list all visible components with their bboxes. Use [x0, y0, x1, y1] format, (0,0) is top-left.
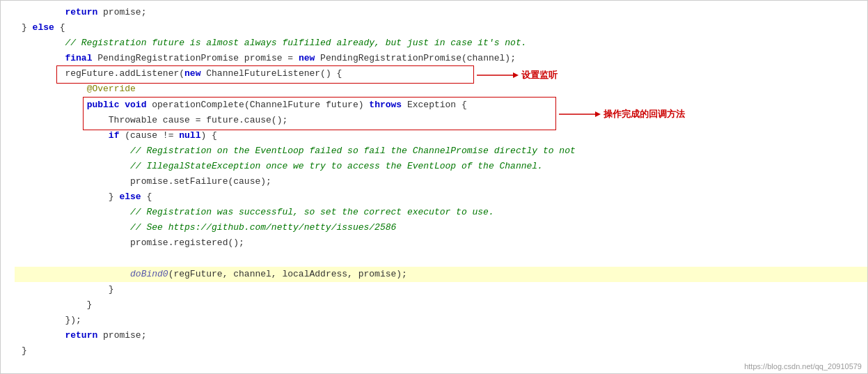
code-line: // Registration future is almost always …	[15, 36, 867, 51]
code-text: // Registration was successful, so set t…	[22, 205, 494, 220]
code-text: final PendingRegistrationPromise promise…	[22, 51, 516, 66]
code-text: Throwable cause = future.cause();	[22, 113, 287, 128]
code-line: }	[15, 282, 867, 297]
arrow-icon	[477, 70, 519, 81]
watermark: https://blog.csdn.net/qq_20910579	[744, 362, 862, 371]
svg-marker-3	[595, 111, 601, 117]
code-text: }	[22, 282, 114, 297]
code-line: }	[15, 343, 867, 359]
code-line: });	[15, 313, 867, 328]
code-text	[22, 251, 27, 267]
code-text: } else {	[22, 189, 152, 205]
code-line: doBind0(regFuture, channel, localAddress…	[15, 267, 867, 282]
code-text: regFuture.addListener(new ChannelFutureL…	[22, 66, 342, 81]
code-line: // Registration on the EventLoop failed …	[15, 143, 867, 159]
code-line: if (cause != null) {	[15, 128, 867, 143]
code-line: Throwable cause = future.cause();	[15, 113, 867, 128]
code-text: // Registration on the EventLoop failed …	[22, 143, 576, 159]
inner-arrow-label: 操作完成的回调方法	[559, 108, 685, 120]
code-line: return promise;	[15, 5, 867, 20]
code-text: return promise;	[22, 5, 146, 20]
code-text: promise.registered();	[22, 235, 244, 251]
code-line: public void operationComplete(ChannelFut…	[15, 98, 867, 113]
code-text: public void operationComplete(ChannelFut…	[22, 98, 467, 113]
code-text: // IllegalStateException once we try to …	[22, 159, 543, 174]
code-text: promise.setFailure(cause);	[22, 174, 271, 189]
svg-marker-1	[513, 72, 519, 78]
code-text: // Registration future is almost always …	[22, 36, 527, 51]
code-text: return promise;	[22, 328, 146, 343]
code-text: doBind0(regFuture, channel, localAddress…	[22, 267, 407, 282]
code-text: if (cause != null) {	[22, 128, 217, 143]
code-line: promise.registered();	[15, 235, 867, 251]
code-container: return promise;} else { // Registration …	[0, 0, 868, 374]
code-line: @Override	[15, 81, 867, 97]
code-line: }	[15, 297, 867, 313]
code-line	[15, 251, 867, 267]
outer-arrow-label: 设置监听	[477, 69, 558, 81]
inner-label-text: 操作完成的回调方法	[603, 108, 685, 120]
code-line: final PendingRegistrationPromise promise…	[15, 51, 867, 66]
code-line: } else {	[15, 189, 867, 205]
code-line: // See https://github.com/netty/netty/is…	[15, 220, 867, 235]
code-text: }	[22, 297, 92, 313]
code-line: promise.setFailure(cause);	[15, 174, 867, 189]
code-line: regFuture.addListener(new ChannelFutureL…	[15, 66, 867, 81]
code-text: @Override	[22, 81, 136, 97]
code-text: // See https://github.com/netty/netty/is…	[22, 220, 396, 235]
code-block: return promise;} else { // Registration …	[1, 1, 867, 363]
code-text: }	[22, 343, 27, 359]
code-line: } else {	[15, 20, 867, 36]
code-text: });	[22, 313, 81, 328]
outer-label-text: 设置监听	[521, 69, 558, 81]
code-line: // IllegalStateException once we try to …	[15, 159, 867, 174]
arrow-icon-2	[559, 109, 601, 120]
code-line: return promise;	[15, 328, 867, 343]
code-line: // Registration was successful, so set t…	[15, 205, 867, 220]
code-text: } else {	[22, 20, 65, 36]
